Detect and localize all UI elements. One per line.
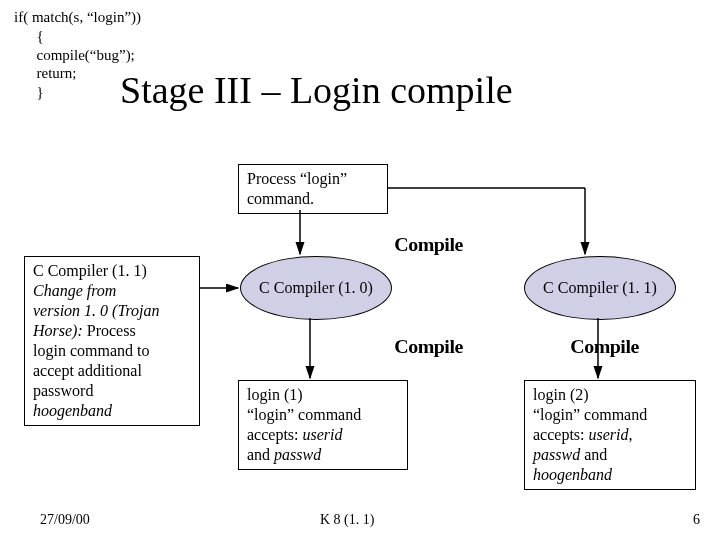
l1e: passwd [274, 446, 321, 463]
compiler-1-1-oval: C Compiler (1. 1) [524, 256, 676, 320]
compile-label-left: Compile [394, 336, 462, 358]
l2c: userid [589, 426, 629, 443]
l2f: and [580, 446, 607, 463]
login-1-box: login (1) “login” command accepts: useri… [238, 380, 408, 470]
login-2-box: login (2) “login” command accepts: useri… [524, 380, 696, 490]
l1c: userid [303, 426, 343, 443]
l1a: login (1) [247, 386, 303, 403]
compile-label-top: Compile [394, 234, 462, 256]
compiler-1-1-desc-box: C Compiler (1. 1) Change from version 1.… [24, 256, 200, 426]
footer-pagenum: 6 [693, 512, 700, 528]
l2d: , [629, 426, 633, 443]
l2a: login (2) [533, 386, 589, 403]
slide-title: Stage III – Login compile [120, 68, 513, 112]
footer-center: K 8 (1. 1) [320, 512, 374, 528]
footer-date: 27/09/00 [40, 512, 90, 528]
l2e: passwd [533, 446, 580, 463]
compiler-1-0-oval: C Compiler (1. 0) [240, 256, 392, 320]
process-login-box: Process “login” command. [238, 164, 388, 214]
compiler-1-1-text: C Compiler (1. 1) [543, 278, 657, 297]
compile-label-right: Compile [570, 336, 638, 358]
l1d: and [247, 446, 274, 463]
t4: hoogenband [33, 402, 112, 419]
compiler-1-0-text: C Compiler (1. 0) [259, 278, 373, 297]
t1: C Compiler (1. 1) [33, 262, 147, 279]
l2g: hoogenband [533, 466, 612, 483]
process-login-text: Process “login” command. [247, 170, 347, 207]
